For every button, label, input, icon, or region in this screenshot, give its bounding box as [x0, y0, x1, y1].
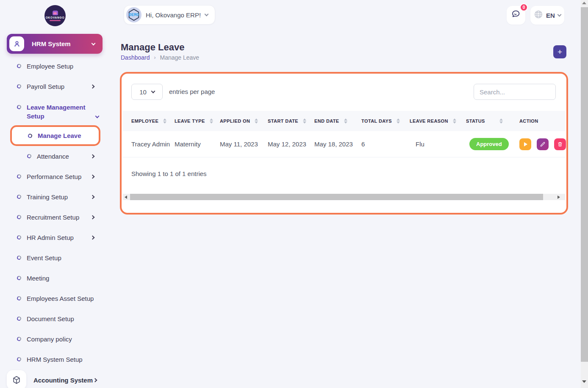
sidebar-item-attendance[interactable]: Attendance [27, 151, 102, 162]
approve-action-button[interactable] [519, 138, 531, 150]
sidebar-item-label: Employees Asset Setup [27, 295, 94, 302]
status-badge: Approved [469, 138, 509, 150]
bullet-icon [27, 154, 32, 159]
vertical-scrollbar[interactable] [581, 0, 588, 388]
column-header-leave-reason[interactable]: LEAVE REASON [410, 118, 466, 124]
avatar-label: DEMO [129, 13, 139, 17]
hrm-system-toggle[interactable]: HRM System [7, 34, 103, 54]
bullet-icon [17, 336, 22, 341]
chevron-down-icon [557, 13, 561, 17]
cube-icon [7, 370, 26, 388]
horizontal-scrollbar[interactable] [123, 194, 565, 200]
column-header-end-date[interactable]: END DATE [314, 118, 361, 124]
hrm-system-label: HRM System [32, 40, 71, 47]
bullet-icon [17, 316, 22, 321]
globe-icon [534, 10, 543, 21]
sidebar-item-label: Document Setup [27, 315, 74, 322]
cell-employee: Tracey Admin [131, 140, 175, 148]
sidebar-item-label: HRM System Setup [27, 356, 83, 363]
scroll-right-arrow-icon[interactable] [556, 195, 562, 199]
cell-start-date: May 12, 2023 [268, 140, 314, 148]
language-code: EN [546, 12, 555, 19]
delete-button[interactable] [554, 138, 566, 150]
app-window: OKOVANGO HRM System Employee Setup Payro… [0, 0, 588, 388]
play-icon [524, 142, 527, 146]
sidebar-item-label: HR Admin Setup [27, 234, 74, 241]
sidebar-item-label: Training Setup [27, 193, 68, 201]
avatar: DEMO [126, 7, 141, 22]
sidebar-item-label: Payroll Setup [27, 83, 64, 90]
logo-tagline-decor [50, 20, 61, 21]
sidebar-item-label: Event Setup [27, 254, 61, 261]
sidebar-item-label: Manage Leave [38, 132, 81, 139]
bullet-icon [17, 357, 22, 362]
column-header-leave-type[interactable]: LEAVE TYPE [175, 118, 220, 124]
sidebar-item-document-setup[interactable]: Document Setup [17, 313, 102, 324]
breadcrumb-current: Manage Leave [160, 54, 200, 61]
vertical-scrollbar-thumb[interactable] [581, 7, 588, 362]
sidebar-item-label: Attendance [37, 153, 69, 160]
column-header-employee[interactable]: EMPLOYEE [131, 118, 175, 124]
bullet-icon [17, 215, 22, 220]
sidebar-item-leave-management-setup[interactable]: Leave Management Setup [17, 103, 102, 121]
cell-actions [512, 138, 566, 150]
chevron-right-icon [91, 84, 95, 88]
column-header-status[interactable]: STATUS [466, 118, 512, 124]
add-leave-button[interactable]: + [553, 45, 566, 58]
column-header-applied-on[interactable]: APPLIED ON [220, 118, 268, 124]
sidebar-item-meeting[interactable]: Meeting [17, 272, 102, 283]
table-summary: Showing 1 to 1 of 1 entries [131, 170, 207, 177]
bullet-icon [17, 84, 22, 89]
table-header-row: EMPLOYEE LEAVE TYPE APPLIED ON START DAT… [123, 111, 565, 131]
messages-button[interactable]: 0 [507, 6, 525, 25]
sidebar-item-employees-asset-setup[interactable]: Employees Asset Setup [17, 293, 102, 304]
sidebar-item-recruitment-setup[interactable]: Recruitment Setup [17, 212, 102, 223]
scroll-up-arrow-icon[interactable] [582, 2, 586, 4]
bullet-icon [28, 133, 33, 138]
scroll-down-arrow-icon[interactable] [582, 380, 586, 383]
cell-leave-type: Maternity [175, 140, 220, 148]
sidebar-item-hr-admin-setup[interactable]: HR Admin Setup [17, 232, 102, 243]
sort-icon [397, 118, 400, 124]
bullet-icon [17, 296, 22, 301]
column-header-total-days[interactable]: TOTAL DAYS [361, 118, 410, 124]
sidebar-item-performance-setup[interactable]: Performance Setup [17, 171, 102, 182]
sidebar-item-employee-setup[interactable]: Employee Setup [17, 61, 102, 72]
cell-applied-on: May 11, 2023 [220, 140, 268, 148]
column-header-start-date[interactable]: START DATE [268, 118, 314, 124]
search-input[interactable] [474, 84, 556, 100]
entries-per-page-label: entries per page [169, 88, 215, 95]
trash-icon [557, 141, 563, 147]
breadcrumb: Dashboard › Manage Leave [121, 54, 199, 61]
edit-button[interactable] [537, 138, 549, 150]
greeting-text: Hi, Okovango ERP! [146, 11, 201, 19]
entries-per-page-select[interactable]: 10 [131, 84, 163, 100]
entries-per-page-value: 10 [139, 88, 147, 96]
sidebar-item-training-setup[interactable]: Training Setup [17, 191, 102, 202]
sidebar-item-hrm-system-setup[interactable]: HRM System Setup [17, 354, 102, 365]
sort-icon [210, 118, 213, 124]
logo-mascot-icon [53, 11, 58, 15]
breadcrumb-dashboard-link[interactable]: Dashboard [121, 54, 150, 61]
sidebar-item-payroll-setup[interactable]: Payroll Setup [17, 81, 102, 92]
sidebar-item-company-policy[interactable]: Company policy [17, 333, 102, 344]
table-row: Tracey Admin Maternity May 11, 2023 May … [123, 131, 565, 157]
message-count-badge: 0 [520, 3, 528, 11]
page-title: Manage Leave [121, 42, 184, 53]
sort-icon [499, 118, 503, 124]
scroll-left-arrow-icon[interactable] [123, 195, 129, 199]
sidebar-item-label: Performance Setup [27, 173, 81, 180]
sidebar-item-manage-leave[interactable]: Manage Leave [10, 125, 100, 146]
sidebar-item-event-setup[interactable]: Event Setup [17, 252, 102, 263]
sidebar-item-label: Company policy [27, 336, 72, 343]
company-logo: OKOVANGO [44, 5, 66, 26]
chat-icon [510, 9, 521, 22]
user-menu[interactable]: DEMO Hi, Okovango ERP! [124, 5, 215, 25]
sidebar-item-accounting-system[interactable]: Accounting System [7, 370, 103, 388]
breadcrumb-separator: › [154, 55, 156, 61]
language-selector[interactable]: EN [530, 6, 564, 25]
logo-text: OKOVANGO [46, 16, 65, 19]
chevron-right-icon [91, 235, 95, 239]
sort-icon [453, 118, 456, 124]
horizontal-scrollbar-thumb[interactable] [130, 194, 543, 200]
